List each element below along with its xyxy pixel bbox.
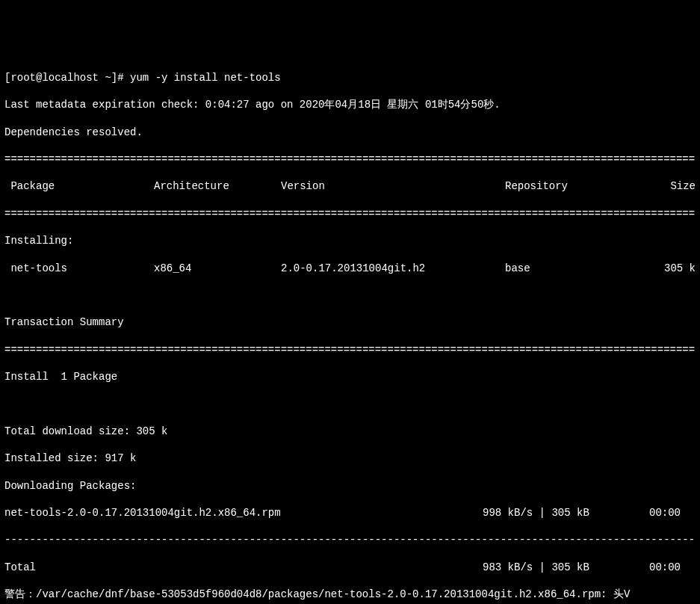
- hdr-repo: Repository: [505, 179, 632, 193]
- cell-size: 305 k: [632, 262, 696, 275]
- shell-prompt: [root@localhost ~]#: [4, 72, 130, 84]
- total-label: Total: [4, 561, 483, 574]
- metadata-line: Last metadata expiration check: 0:04:27 …: [4, 98, 696, 111]
- dl-time: 00:00: [602, 506, 696, 520]
- installed-size: Installed size: 917 k: [4, 452, 696, 465]
- rule-eq: ========================================…: [4, 343, 696, 357]
- rule-dash: ----------------------------------------…: [4, 533, 696, 546]
- cell-pkg: net-tools: [4, 262, 154, 275]
- hdr-arch: Architecture: [154, 179, 281, 193]
- tx-summary-title: Transaction Summary: [4, 315, 696, 329]
- cell-arch: x86_64: [154, 262, 281, 275]
- download-row: net-tools-2.0-0.17.20131004git.h2.x86_64…: [4, 506, 696, 520]
- total-rate: 983 kB/s | 305 kB: [483, 561, 602, 574]
- downloading-packages: Downloading Packages:: [4, 479, 696, 493]
- rule-eq: ========================================…: [4, 207, 696, 221]
- table-header: PackageArchitectureVersionRepositorySize: [4, 179, 696, 193]
- hdr-version: Version: [281, 179, 505, 193]
- total-row: Total983 kB/s | 305 kB00:00: [4, 561, 696, 574]
- total-download-size: Total download size: 305 k: [4, 425, 696, 438]
- hdr-package: Package: [4, 179, 154, 193]
- dl-name: net-tools-2.0-0.17.20131004git.h2.x86_64…: [4, 506, 483, 520]
- dl-rate: 998 kB/s | 305 kB: [483, 506, 602, 520]
- warning-line-1: 警告：/var/cache/dnf/base-53053d5f960d04d8/…: [4, 588, 696, 601]
- total-time: 00:00: [602, 561, 696, 574]
- section-installing: Installing:: [4, 234, 696, 247]
- command: yum -y install net-tools: [130, 72, 281, 84]
- rule-eq: ========================================…: [4, 152, 696, 166]
- prompt-line-1[interactable]: [root@localhost ~]# yum -y install net-t…: [4, 71, 696, 84]
- terminal-output: [root@localhost ~]# yum -y install net-t…: [4, 58, 696, 604]
- deps-resolved: Dependencies resolved.: [4, 126, 696, 139]
- cell-ver: 2.0-0.17.20131004git.h2: [281, 262, 505, 275]
- table-row: net-toolsx86_642.0-0.17.20131004git.h2ba…: [4, 262, 696, 275]
- install-count: Install 1 Package: [4, 370, 696, 383]
- hdr-size: Size: [632, 179, 696, 193]
- cell-repo: base: [505, 262, 632, 275]
